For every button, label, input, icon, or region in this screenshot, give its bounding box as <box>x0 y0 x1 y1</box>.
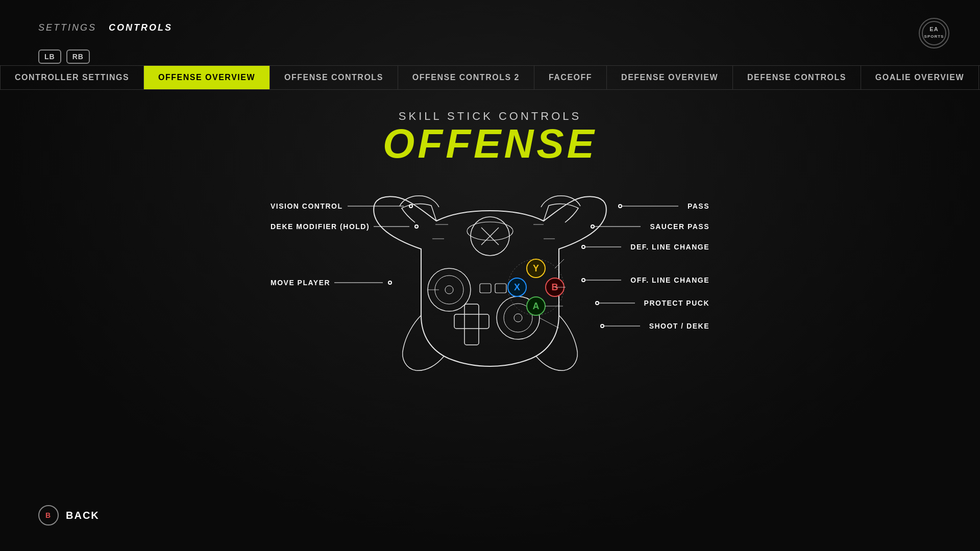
svg-rect-22 <box>464 304 479 345</box>
svg-rect-24 <box>480 284 491 293</box>
controller-image: Y X B A <box>355 188 625 382</box>
controller-diagram: VISION CONTROL DEKE MODIFIER (HOLD) MOVE… <box>260 178 720 392</box>
svg-text:SPORTS: SPORTS <box>924 34 944 39</box>
settings-label: SETTINGS <box>38 22 96 33</box>
tab-faceoff[interactable]: FACEOFF <box>534 66 607 89</box>
tab-offense-overview[interactable]: OFFENSE OVERVIEW <box>144 66 270 89</box>
svg-point-21 <box>514 314 522 322</box>
tab-offense-controls[interactable]: OFFENSE CONTROLS <box>270 66 398 89</box>
tab-defense-overview[interactable]: DEFENSE OVERVIEW <box>607 66 733 89</box>
back-button[interactable]: B BACK <box>38 505 100 525</box>
tab-controller-settings[interactable]: CONTROLLER SETTINGS <box>0 66 144 89</box>
label-pass: PASS <box>618 202 709 210</box>
svg-text:EA: EA <box>929 26 938 32</box>
svg-point-0 <box>922 21 946 45</box>
tab-defense-controls[interactable]: DEFENSE CONTROLS <box>733 66 861 89</box>
back-button-label: BACK <box>66 510 100 521</box>
svg-line-43 <box>540 318 559 328</box>
ea-sports-logo: EA SPORTS <box>919 18 949 48</box>
back-button-icon: B <box>38 505 59 525</box>
controls-label: CONTROLS <box>109 22 173 33</box>
offense-label: OFFENSE <box>383 120 597 167</box>
tab-offense-controls-2[interactable]: OFFENSE CONTROLS 2 <box>398 66 534 89</box>
svg-point-12 <box>467 222 513 240</box>
svg-text:A: A <box>533 301 540 311</box>
main-content: SKILL STICK CONTROLS OFFENSE VISION CONT… <box>0 94 980 551</box>
svg-text:Y: Y <box>533 263 539 273</box>
svg-point-18 <box>445 286 453 294</box>
tab-goalie-overview[interactable]: GOALIE OVERVIEW <box>861 66 979 89</box>
svg-rect-25 <box>495 284 506 293</box>
header: SETTINGS CONTROLS <box>38 22 173 33</box>
tab-bar: CONTROLLER SETTINGS OFFENSE OVERVIEW OFF… <box>0 65 980 90</box>
rb-button[interactable]: RB <box>66 49 90 64</box>
svg-text:X: X <box>514 282 520 292</box>
lb-button[interactable]: LB <box>38 49 61 64</box>
svg-rect-23 <box>454 314 489 329</box>
bumper-buttons: LB RB <box>38 49 90 64</box>
